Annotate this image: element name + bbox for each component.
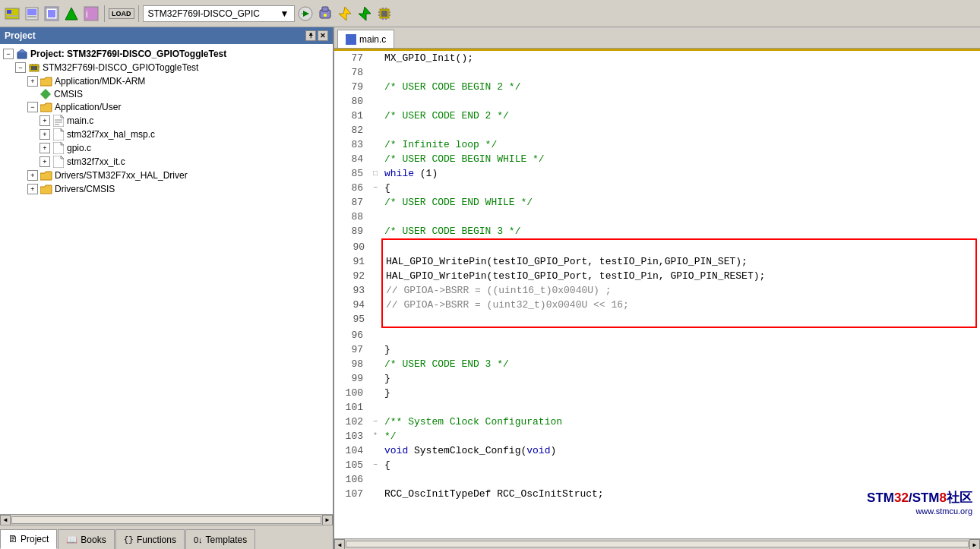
tab-books[interactable]: 📖 Books xyxy=(58,529,114,549)
tree-item-appuser[interactable]: − Application/User xyxy=(0,100,333,114)
svg-marker-19 xyxy=(359,7,371,21)
svg-rect-8 xyxy=(48,10,55,17)
toolbar-run-icon[interactable] xyxy=(296,5,315,23)
code-line-80: 80 xyxy=(334,94,980,109)
linenum-82: 82 xyxy=(334,123,369,137)
linenum-102: 102 xyxy=(334,415,369,429)
tree-expand-msp[interactable]: + xyxy=(40,129,50,140)
folder-icon-mdk xyxy=(40,75,52,87)
svg-rect-21 xyxy=(378,11,380,13)
scroll-right-btn[interactable]: ▶ xyxy=(322,515,333,525)
tree-expand-gpio[interactable]: + xyxy=(40,143,50,153)
tab-project[interactable]: 🖹 Project xyxy=(0,529,57,549)
code-101 xyxy=(381,400,980,415)
editor-h-scrollbar[interactable]: ◀ ▶ xyxy=(334,538,980,549)
tree-expand-mdk[interactable]: + xyxy=(27,76,38,87)
tree-expand-root[interactable]: − xyxy=(3,49,14,59)
tree-expand-drvhal[interactable]: + xyxy=(27,170,38,181)
toolbar-flash2-icon[interactable] xyxy=(356,5,374,23)
code-line-85: 85 □ while (1) xyxy=(334,166,980,181)
linenum-87: 87 xyxy=(334,195,369,210)
tree-label-chip: STM32F769I-DISCO_GPIOToggleTest xyxy=(43,62,198,73)
project-selector[interactable]: STM32F769I-DISCO_GPIC ▼ xyxy=(143,5,295,22)
svg-marker-9 xyxy=(65,8,77,20)
toolbar-icon-1[interactable] xyxy=(3,5,21,23)
tab-templates[interactable]: 0↓ Templates xyxy=(185,529,255,549)
tree-label-cmsis: CMSIS xyxy=(54,89,83,99)
code-line-95: 95 xyxy=(336,312,975,327)
svg-rect-5 xyxy=(27,16,36,17)
linenum-97: 97 xyxy=(334,342,369,357)
tree-expand-drvcmsis[interactable]: + xyxy=(27,184,38,194)
tree-label-gpio: gpio.c xyxy=(67,143,91,153)
code-line-101: 101 xyxy=(334,400,980,415)
linenum-93: 93 xyxy=(336,283,371,298)
tree-item-root[interactable]: − Project: STM32F769I-DISCO_GPIOToggleTe… xyxy=(0,47,333,61)
editor-scroll-left[interactable]: ◀ xyxy=(334,539,345,549)
tree-expand-mainc[interactable]: + xyxy=(40,115,50,126)
svg-marker-31 xyxy=(17,49,27,52)
editor-scroll-right[interactable]: ▶ xyxy=(969,539,980,549)
scroll-left-btn[interactable]: ◀ xyxy=(0,515,11,525)
diamond-icon xyxy=(40,89,51,99)
code-line-88: 88 xyxy=(334,210,980,224)
svg-text:i: i xyxy=(86,9,88,20)
tree-expand-appuser[interactable]: − xyxy=(27,102,38,112)
tree-label-drvhal: Drivers/STM32F7xx_HAL_Driver xyxy=(55,170,188,181)
tree-item-mainc[interactable]: + main.c xyxy=(0,114,333,128)
tree-item-cmsis[interactable]: CMSIS xyxy=(0,88,333,100)
linenum-95: 95 xyxy=(336,312,371,327)
bottom-tabs: 🖹 Project 📖 Books {} Functions 0↓ Templa… xyxy=(0,525,333,549)
linenum-103: 103 xyxy=(334,429,369,443)
tree-item-mdk[interactable]: + Application/MDK-ARM xyxy=(0,74,333,88)
tree-expand-chip[interactable]: − xyxy=(15,62,26,73)
code-editor[interactable]: 77 MX_GPIO_Init(); 78 79 /* USER CODE BE… xyxy=(334,51,980,538)
tree-item-gpio[interactable]: + gpio.c xyxy=(0,141,333,155)
toolbar-icon-4[interactable] xyxy=(62,5,81,23)
project-tree: − Project: STM32F769I-DISCO_GPIOToggleTe… xyxy=(0,44,333,514)
tree-item-it[interactable]: + stm32f7xx_it.c xyxy=(0,155,333,169)
editor-tab-mainc[interactable]: main.c xyxy=(337,30,394,48)
tab-books-label: Books xyxy=(81,535,106,545)
editor-panel: main.c 77 MX_GPIO_Init(); 78 xyxy=(334,27,980,549)
linenum-83: 83 xyxy=(334,137,369,152)
code-line-103: 103 * */ xyxy=(334,429,980,443)
fold-77 xyxy=(369,51,381,65)
svg-rect-37 xyxy=(32,71,33,71)
code-line-106: 106 xyxy=(334,472,980,487)
code-78 xyxy=(381,65,980,80)
tree-item-msp[interactable]: + stm32f7xx_hal_msp.c xyxy=(0,128,333,141)
code-84: /* USER CODE BEGIN WHILE */ xyxy=(381,152,980,166)
code-106 xyxy=(381,472,980,487)
folder-icon-drvcmsis xyxy=(40,183,52,195)
tree-item-drvcmsis[interactable]: + Drivers/CMSIS xyxy=(0,182,333,196)
linenum-92: 92 xyxy=(336,269,371,283)
code-81: /* USER CODE END 2 */ xyxy=(381,109,980,123)
toolbar-icon-5[interactable]: i xyxy=(82,5,100,23)
linenum-89: 89 xyxy=(334,224,369,238)
code-97: } xyxy=(381,342,980,357)
tree-item-drvhal[interactable]: + Drivers/STM32F7xx_HAL_Driver xyxy=(0,169,333,182)
panel-close-btn[interactable]: ✕ xyxy=(318,30,328,41)
panel-pin-btn[interactable]: 🖈 xyxy=(305,30,316,41)
toolbar-icon-3[interactable] xyxy=(43,5,61,23)
file-icon-msp xyxy=(52,128,65,140)
toolbar-chip-icon[interactable] xyxy=(375,5,394,23)
code-89: /* USER CODE BEGIN 3 */ xyxy=(381,224,980,238)
tree-label-drvcmsis: Drivers/CMSIS xyxy=(55,184,115,194)
tab-functions-icon: {} xyxy=(124,535,134,544)
scroll-track[interactable] xyxy=(11,516,321,524)
toolbar-flash-icon[interactable] xyxy=(336,5,354,23)
h-scrollbar[interactable]: ◀ ▶ xyxy=(0,514,333,525)
tab-books-icon: 📖 xyxy=(66,535,77,545)
toolbar-debug-icon[interactable] xyxy=(316,5,334,23)
linenum-99: 99 xyxy=(334,371,369,386)
tab-functions[interactable]: {} Functions xyxy=(115,529,185,549)
toolbar-icon-2[interactable] xyxy=(23,5,41,23)
code-105: { xyxy=(381,458,980,472)
code-line-92: 92 HAL_GPIO_WritePin(testIO_GPIO_Port, t… xyxy=(336,269,975,283)
editor-scroll-track[interactable] xyxy=(346,541,969,547)
project-dropdown-arrow: ▼ xyxy=(280,8,289,19)
tree-expand-it[interactable]: + xyxy=(40,156,50,167)
tree-item-chip[interactable]: − STM32F769I-DISCO_GPI xyxy=(0,61,333,74)
